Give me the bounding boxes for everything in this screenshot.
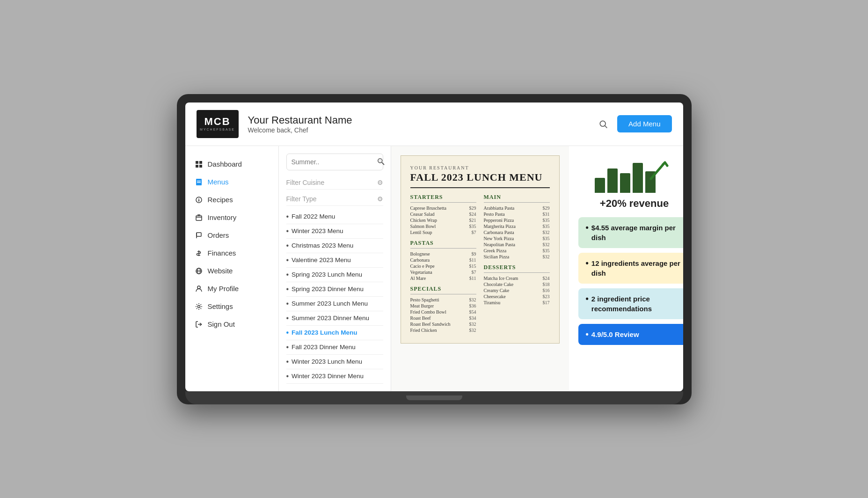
menu-item-name: Pesto Pasta [484, 212, 505, 217]
search-icon[interactable] [595, 116, 612, 132]
signout-icon [195, 320, 203, 329]
chart-bar [620, 173, 630, 193]
menu-list-item[interactable]: Summer 2023 Lunch Menu [286, 297, 383, 311]
menu-list-item[interactable]: Spring 2023 Dinner Menu [286, 282, 383, 297]
search-submit-icon[interactable] [376, 157, 385, 167]
svg-rect-8 [197, 182, 201, 183]
menu-item-name: Salmon Bowl [410, 224, 436, 229]
menu-section-title: SPECIALS [410, 286, 476, 294]
menu-item-price: $35 [543, 224, 550, 229]
menu-list-item[interactable]: Winter 2023 Menu [286, 224, 383, 239]
logo-text: MCB [200, 117, 235, 127]
menu-item-name: Bolognese [410, 251, 430, 256]
sidebar-item-menus[interactable]: Menus [185, 173, 278, 191]
sidebar-label-sign-out: Sign Out [208, 320, 235, 328]
menu-items-list: Fall 2022 MenuWinter 2023 MenuChristmas … [286, 210, 383, 384]
menu-list-item[interactable]: Fall 2023 Lunch Menu [286, 326, 383, 340]
sidebar-item-recipes[interactable]: Recipes [185, 191, 278, 209]
stat-card-margin: •$4.55 average margin per dish [578, 217, 683, 248]
menu-item-price: $35 [543, 218, 550, 223]
add-menu-button[interactable]: Add Menu [617, 115, 671, 132]
sidebar-item-website[interactable]: Website [185, 262, 278, 280]
menu-item-name: Pesto Spaghetti [410, 297, 439, 302]
menu-item-row: Al Mare$11 [410, 276, 476, 281]
menu-item-name: Cheesecake [484, 294, 506, 299]
sidebar-label-orders: Orders [208, 231, 229, 239]
menu-list-item[interactable]: Valentine 2023 Menu [286, 253, 383, 268]
filter-cuisine-row[interactable]: Filter Cuisine ⚙ [286, 176, 383, 190]
menu-list-item[interactable]: Spring 2023 Lunch Menu [286, 268, 383, 282]
menu-item-row: Ceasar Salad$24 [410, 212, 476, 217]
menu-list-item[interactable]: Fall 2023 Dinner Menu [286, 340, 383, 355]
menu-item-price: $29 [543, 205, 550, 211]
menu-item-name: Sicilian Pizza [484, 254, 510, 259]
menu-item-row: Arabbiatta Pasta$29 [484, 205, 550, 211]
menu-item-name: Chocolate Cake [484, 282, 514, 287]
laptop-base [185, 391, 683, 404]
menu-item-price: $7 [472, 230, 476, 235]
flag-icon [195, 231, 203, 240]
header-actions: Add Menu [595, 115, 671, 132]
menu-item-row: Pesto Spaghetti$32 [410, 297, 476, 302]
svg-line-1 [605, 125, 607, 128]
menu-item-row: Creamy Cake$16 [484, 288, 550, 293]
book-icon [195, 196, 203, 204]
sidebar-label-finances: Finances [208, 249, 236, 257]
sidebar-item-inventory[interactable]: Inventory [185, 209, 278, 227]
menu-item-row: Neapolitan Pasta$32 [484, 242, 550, 247]
menu-item-price: $35 [543, 248, 550, 253]
menu-item-price: $34 [469, 315, 476, 321]
menu-item-name: Roast Beef Sandwich [410, 322, 451, 327]
menu-item-price: $32 [543, 230, 550, 235]
menu-item-name: Meat Burger [410, 303, 434, 308]
svg-rect-12 [196, 216, 202, 220]
menu-item-row: Fried Chicken$32 [410, 328, 476, 333]
svg-rect-5 [199, 165, 202, 168]
restaurant-name: Your Restaurant Name [248, 114, 586, 126]
user-icon [195, 285, 203, 293]
main-layout: Dashboard Menus [185, 146, 683, 391]
file-icon [195, 178, 203, 186]
menu-list-item[interactable]: Winter 2023 Lunch Menu [286, 355, 383, 369]
gear-icon [195, 302, 203, 311]
sidebar-item-my-profile[interactable]: My Profile [185, 280, 278, 298]
menu-item-price: $54 [469, 309, 476, 315]
menu-item-name: Tiramisu [484, 300, 501, 305]
menu-item-row: Roast Beef$34 [410, 315, 476, 321]
stat-card-bullet-icon: • [586, 258, 589, 269]
menu-item-name: Greek Pizza [484, 248, 507, 253]
svg-point-22 [197, 286, 200, 289]
chart-bar [633, 163, 643, 193]
menu-item-price: $21 [469, 218, 476, 223]
search-input[interactable] [292, 158, 373, 166]
menu-item-price: $36 [469, 303, 476, 308]
sidebar-item-orders[interactable]: Orders [185, 227, 278, 244]
sidebar-item-finances[interactable]: Finances [185, 244, 278, 262]
menu-list-panel: Filter Cuisine ⚙ Filter Type ⚙ Fall 2022… [279, 146, 391, 391]
sidebar-item-dashboard[interactable]: Dashboard [185, 155, 278, 173]
menu-list-item[interactable]: Christmas 2023 Menu [286, 239, 383, 253]
menu-item-price: $7 [472, 270, 476, 275]
menu-item-price: $24 [543, 276, 550, 281]
menu-list-item[interactable]: Summer 2023 Dinner Menu [286, 311, 383, 326]
svg-rect-2 [196, 161, 198, 164]
sidebar: Dashboard Menus [185, 146, 279, 391]
revenue-text: +20% revenue [600, 198, 669, 210]
menu-card: YOUR RESTAURANT FALL 2023 LUNCH MENU STA… [401, 155, 560, 344]
menu-list-item[interactable]: Fall 2022 Menu [286, 210, 383, 224]
menu-item-row: Bolognese$9 [410, 251, 476, 256]
menu-item-price: $24 [469, 212, 476, 217]
menu-item-row: Chocolate Cake$18 [484, 282, 550, 287]
menu-list-item[interactable]: Winter 2023 Dinner Menu [286, 369, 383, 384]
svg-point-11 [198, 200, 199, 201]
search-bar[interactable] [286, 154, 383, 170]
menu-item-name: Margherita Pizza [484, 224, 516, 229]
stat-card-text: 12 ingredients average per dish [591, 258, 683, 278]
filter-type-row[interactable]: Filter Type ⚙ [286, 192, 383, 206]
menu-item-price: $15 [469, 264, 476, 269]
sidebar-item-settings[interactable]: Settings [185, 298, 278, 315]
menu-item-row: Matcha Ice Cream$24 [484, 276, 550, 281]
menu-item-name: Fried Chicken [410, 328, 437, 333]
menu-item-row: Carbonara Pasta$32 [484, 230, 550, 235]
sidebar-item-sign-out[interactable]: Sign Out [185, 315, 278, 333]
